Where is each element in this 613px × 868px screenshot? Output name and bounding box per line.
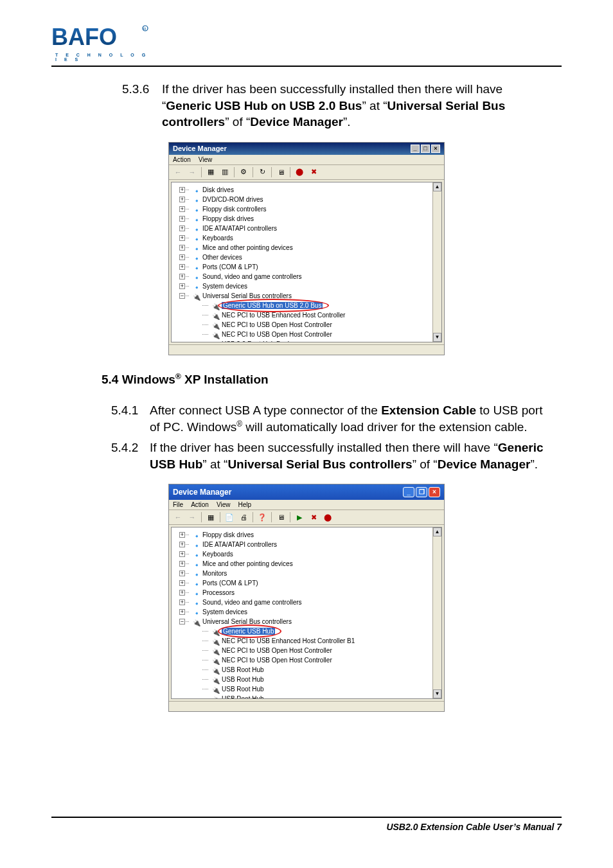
show-hidden-icon[interactable]: ▥ <box>220 167 230 177</box>
tree-node[interactable]: +🔹Monitors <box>182 569 440 578</box>
collapse-icon[interactable]: − <box>179 619 185 624</box>
tree-node[interactable]: +🔹DVD/CD-ROM drives <box>182 195 440 204</box>
scan-icon[interactable]: 🖥 <box>276 167 286 177</box>
tree-node-usb[interactable]: −🔌Universal Serial Bus controllers🔌Gener… <box>182 291 440 342</box>
refresh-icon[interactable]: ↻ <box>257 167 267 177</box>
tree-node[interactable]: +🔹System devices <box>182 281 440 291</box>
tree-node[interactable]: +🔹Mice and other pointing devices <box>182 243 440 252</box>
tree-node[interactable]: +🔹Ports (COM & LPT) <box>182 262 440 272</box>
nav-forward-icon[interactable]: → <box>187 512 197 522</box>
uninstall-icon[interactable]: ⬤ <box>323 512 333 522</box>
usb-device-icon: 🔌 <box>211 637 220 645</box>
expand-icon[interactable]: + <box>179 254 185 260</box>
tree-node-usb-child[interactable]: 🔌USB Root Hub <box>201 694 440 699</box>
view-icon[interactable]: ▦ <box>206 512 216 522</box>
tree-node-usb-child[interactable]: 🔌NEC PCI to USB Open Host Controller <box>201 330 440 339</box>
section-5-4-heading: 5.4 Windows® XP Installation <box>102 372 562 387</box>
help-icon[interactable]: ❓ <box>257 512 267 522</box>
nav-back-icon[interactable]: ← <box>173 512 183 522</box>
properties-icon[interactable]: ⚙ <box>238 167 249 177</box>
tree-node[interactable]: +🔹Sound, video and game controllers <box>182 598 440 607</box>
tree-node[interactable]: +🔹Mice and other pointing devices <box>182 559 440 569</box>
expand-icon[interactable]: + <box>179 226 185 231</box>
expand-icon[interactable]: + <box>179 197 185 202</box>
tree-node[interactable]: +🔹Processors <box>182 588 440 598</box>
tree-node-usb-child[interactable]: 🔌USB Root Hub <box>201 684 440 694</box>
nav-forward-icon[interactable]: → <box>187 167 197 177</box>
tree-node[interactable]: +🔹IDE ATA/ATAPI controllers <box>182 540 440 549</box>
tree-node[interactable]: +🔹Keyboards <box>182 549 440 559</box>
expand-icon[interactable]: + <box>179 590 185 596</box>
menu-view[interactable]: View <box>199 156 213 163</box>
print-icon[interactable]: 🖨 <box>238 512 249 522</box>
enable-icon[interactable]: ▶ <box>294 512 305 522</box>
tree-node-usb-child[interactable]: 🔌USB 2.0 Root Hub Device <box>201 339 440 342</box>
expand-icon[interactable]: + <box>179 561 185 567</box>
close-button[interactable]: × <box>429 487 440 497</box>
section-5-4-2: 5.4.2 If the driver has been successfull… <box>111 439 555 472</box>
expand-icon[interactable]: + <box>179 580 185 586</box>
disable-icon[interactable]: ✖ <box>308 512 319 522</box>
expand-icon[interactable]: + <box>179 609 185 615</box>
tree-node-usb-child[interactable]: 🔌USB Root Hub <box>201 665 440 675</box>
tree-node[interactable]: +🔹Other devices <box>182 252 440 262</box>
menu-file[interactable]: File <box>173 501 183 508</box>
tree-node-usb-child[interactable]: 🔌Generic USB Hub <box>201 626 440 636</box>
expand-icon[interactable]: + <box>179 283 185 289</box>
highlighted-device[interactable]: Generic USB Hub <box>222 628 275 635</box>
tree-node[interactable]: +🔹Floppy disk controllers <box>182 204 440 214</box>
section-number: 5.4.1 <box>111 402 150 436</box>
scan-icon[interactable]: 🖥 <box>276 512 286 522</box>
expand-icon[interactable]: + <box>179 599 185 605</box>
expand-icon[interactable]: + <box>179 274 185 279</box>
tree-node-usb-child[interactable]: 🔌Generic USB Hub on USB 2.0 Bus <box>201 301 440 310</box>
expand-icon[interactable]: + <box>179 532 185 538</box>
expand-icon[interactable]: + <box>179 245 185 251</box>
collapse-icon[interactable]: − <box>179 293 185 299</box>
tree-node[interactable]: +🔹Sound, video and game controllers <box>182 272 440 281</box>
tree-node[interactable]: +🔹System devices <box>182 607 440 617</box>
menu-action[interactable]: Action <box>191 501 209 508</box>
svg-text:BAFO: BAFO <box>51 24 117 50</box>
tree-node-usb-child[interactable]: 🔌NEC PCI to USB Enhanced Host Controller <box>201 310 440 320</box>
menu-help[interactable]: Help <box>238 501 251 508</box>
tree-node[interactable]: +🔹IDE ATA/ATAPI controllers <box>182 224 440 233</box>
tree-node[interactable]: +🔹Disk drives <box>182 185 440 195</box>
minimize-button[interactable]: _ <box>411 145 420 153</box>
device-tree[interactable]: ▲ ▼ +🔹Floppy disk drives+🔹IDE ATA/ATAPI … <box>171 527 442 699</box>
device-tree[interactable]: ▲ ▼ +🔹Disk drives+🔹DVD/CD-ROM drives+🔹Fl… <box>171 182 442 342</box>
close-button[interactable]: × <box>431 145 440 153</box>
view-icon[interactable]: ▦ <box>206 167 216 177</box>
expand-icon[interactable]: + <box>179 206 185 212</box>
usb-device-icon: 🔌 <box>211 628 220 635</box>
expand-icon[interactable]: + <box>179 216 185 222</box>
tree-node-usb-child[interactable]: 🔌NEC PCI to USB Open Host Controller <box>201 320 440 330</box>
tree-node-usb[interactable]: −🔌Universal Serial Bus controllers🔌Gener… <box>182 617 440 699</box>
menu-view[interactable]: View <box>217 501 231 508</box>
nav-back-icon[interactable]: ← <box>173 167 183 177</box>
properties-icon[interactable]: 📄 <box>224 512 235 522</box>
menu-action[interactable]: Action <box>173 156 191 163</box>
tree-node[interactable]: +🔹Keyboards <box>182 233 440 243</box>
tree-node[interactable]: +🔹Ports (COM & LPT) <box>182 578 440 588</box>
expand-icon[interactable]: + <box>179 542 185 547</box>
tree-node-usb-child[interactable]: 🔌NEC PCI to USB Open Host Controller <box>201 655 440 665</box>
minimize-button[interactable]: _ <box>403 487 414 497</box>
expand-icon[interactable]: + <box>179 187 185 193</box>
highlighted-device[interactable]: Generic USB Hub on USB 2.0 Bus <box>222 302 323 309</box>
tree-node[interactable]: +🔹Floppy disk drives <box>182 214 440 224</box>
section-5-4-1: 5.4.1 After connect USB A type connector… <box>111 402 555 436</box>
expand-icon[interactable]: + <box>179 571 185 576</box>
expand-icon[interactable]: + <box>179 551 185 557</box>
expand-icon[interactable]: + <box>179 264 185 270</box>
tree-node-usb-child[interactable]: 🔌NEC PCI to USB Open Host Controller <box>201 646 440 655</box>
maximize-button[interactable]: ❐ <box>416 487 427 497</box>
tree-node-usb-child[interactable]: 🔌USB Root Hub <box>201 675 440 684</box>
help-icon[interactable]: ⬤ <box>294 167 305 177</box>
maximize-button[interactable]: □ <box>421 145 430 153</box>
tree-node-usb-child[interactable]: 🔌NEC PCI to USB Enhanced Host Controller… <box>201 636 440 646</box>
device-category-icon: 🔹 <box>192 254 200 261</box>
tree-node[interactable]: +🔹Floppy disk drives <box>182 530 440 540</box>
expand-icon[interactable]: + <box>179 235 185 241</box>
extra-icon[interactable]: ✖ <box>308 167 319 177</box>
